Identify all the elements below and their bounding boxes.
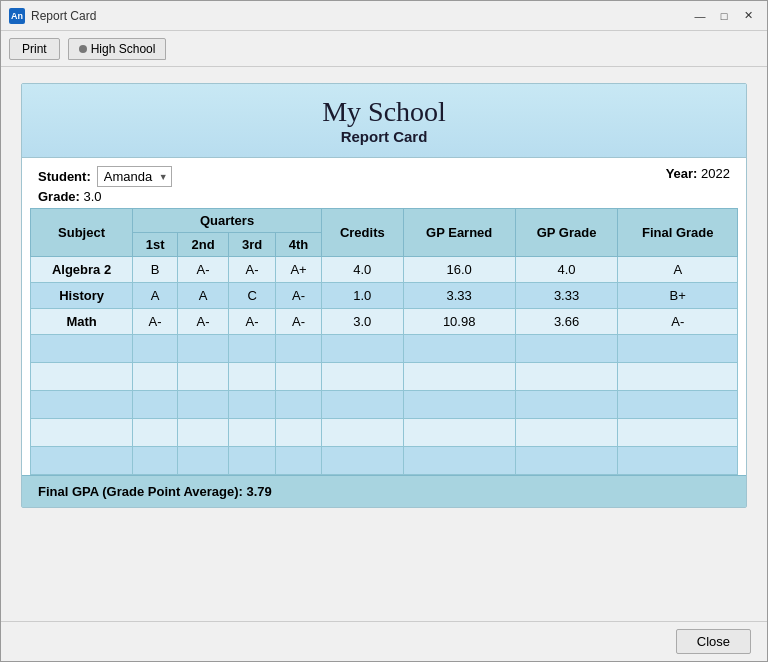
cell-gp-grade: 3.66 (515, 309, 618, 335)
student-label: Student: (38, 169, 91, 184)
table-row: History A A C A- 1.0 3.33 3.33 B+ (31, 283, 738, 309)
cell-gp-grade: 3.33 (515, 283, 618, 309)
tab-dot-icon (79, 45, 87, 53)
col-header-quarters: Quarters (133, 209, 322, 233)
minimize-button[interactable]: — (689, 7, 711, 25)
tab-label: High School (91, 42, 156, 56)
gpa-label: Final GPA (Grade Point Average): 3.79 (38, 484, 272, 499)
table-row: Algebra 2 B A- A- A+ 4.0 16.0 4.0 A (31, 257, 738, 283)
col-header-gp-grade: GP Grade (515, 209, 618, 257)
cell-q4: A+ (276, 257, 322, 283)
table-row: Math A- A- A- A- 3.0 10.98 3.66 A- (31, 309, 738, 335)
cell-credits: 1.0 (321, 283, 403, 309)
cell-q3: A- (229, 309, 276, 335)
cell-gp-earned: 10.98 (403, 309, 515, 335)
col-header-q2: 2nd (178, 233, 229, 257)
cell-q4: A- (276, 283, 322, 309)
empty-row (31, 447, 738, 475)
empty-row (31, 363, 738, 391)
cell-final-grade: A- (618, 309, 738, 335)
grade-row: Grade: 3.0 (38, 189, 172, 204)
cell-subject: Math (31, 309, 133, 335)
cell-q1: B (133, 257, 178, 283)
school-name: My School (42, 96, 726, 128)
table-container: Subject Quarters Credits GP Earned GP Gr… (22, 208, 746, 475)
col-header-subject: Subject (31, 209, 133, 257)
col-header-q3: 3rd (229, 233, 276, 257)
cell-q1: A (133, 283, 178, 309)
cell-q4: A- (276, 309, 322, 335)
app-icon: An (9, 8, 25, 24)
cell-q2: A- (178, 309, 229, 335)
content-area: My School Report Card Student: Amanda (1, 67, 767, 621)
high-school-tab[interactable]: High School (68, 38, 167, 60)
cell-q1: A- (133, 309, 178, 335)
empty-row (31, 335, 738, 363)
grade-value: 3.0 (84, 189, 102, 204)
report-card-title: Report Card (42, 128, 726, 145)
cell-q2: A (178, 283, 229, 309)
window-title: Report Card (31, 9, 96, 23)
bottom-bar: Close (1, 621, 767, 661)
cell-credits: 4.0 (321, 257, 403, 283)
cell-q3: A- (229, 257, 276, 283)
cell-final-grade: A (618, 257, 738, 283)
title-bar-buttons: — □ ✕ (689, 7, 759, 25)
col-header-q1: 1st (133, 233, 178, 257)
maximize-button[interactable]: □ (713, 7, 735, 25)
cell-gp-grade: 4.0 (515, 257, 618, 283)
cell-subject: History (31, 283, 133, 309)
close-button[interactable]: Close (676, 629, 751, 654)
student-left: Student: Amanda Grade: 3.0 (38, 166, 172, 204)
cell-gp-earned: 16.0 (403, 257, 515, 283)
cell-gp-earned: 3.33 (403, 283, 515, 309)
main-window: An Report Card — □ ✕ Print High School M… (0, 0, 768, 662)
year-label: Year: (666, 166, 698, 181)
title-bar: An Report Card — □ ✕ (1, 1, 767, 31)
empty-row (31, 419, 738, 447)
col-header-q4: 4th (276, 233, 322, 257)
title-bar-left: An Report Card (9, 8, 96, 24)
year-value: 2022 (701, 166, 730, 181)
grades-table: Subject Quarters Credits GP Earned GP Gr… (30, 208, 738, 475)
toolbar: Print High School (1, 31, 767, 67)
col-header-final-grade: Final Grade (618, 209, 738, 257)
student-info: Student: Amanda Grade: 3.0 Year: (22, 158, 746, 208)
col-header-credits: Credits (321, 209, 403, 257)
report-header: My School Report Card (22, 84, 746, 158)
cell-q3: C (229, 283, 276, 309)
footer-bar: Final GPA (Grade Point Average): 3.79 (22, 475, 746, 507)
empty-row (31, 391, 738, 419)
cell-q2: A- (178, 257, 229, 283)
cell-credits: 3.0 (321, 309, 403, 335)
student-select[interactable]: Amanda (97, 166, 172, 187)
student-select-wrapper: Amanda (97, 166, 172, 187)
student-row: Student: Amanda (38, 166, 172, 187)
year-info: Year: 2022 (666, 166, 730, 181)
window-close-button[interactable]: ✕ (737, 7, 759, 25)
print-button[interactable]: Print (9, 38, 60, 60)
report-card: My School Report Card Student: Amanda (21, 83, 747, 508)
col-header-gp-earned: GP Earned (403, 209, 515, 257)
grade-label: Grade: (38, 189, 80, 204)
cell-final-grade: B+ (618, 283, 738, 309)
cell-subject: Algebra 2 (31, 257, 133, 283)
